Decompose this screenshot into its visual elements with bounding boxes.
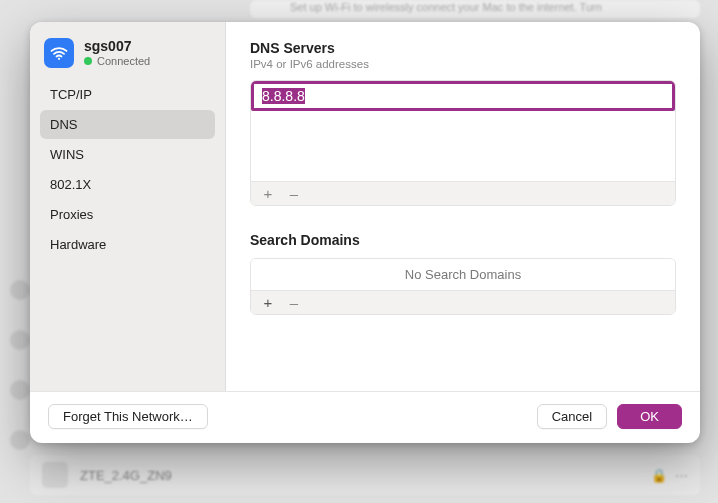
network-name: sgs007 (84, 38, 150, 55)
sidebar-tab-wins[interactable]: WINS (40, 140, 215, 169)
search-domains-add-button[interactable]: + (261, 295, 275, 310)
wifi-icon (44, 38, 74, 68)
dns-servers-title: DNS Servers (250, 40, 676, 56)
cancel-button[interactable]: Cancel (537, 404, 607, 429)
svg-point-0 (58, 58, 60, 60)
sidebar-tab-dns[interactable]: DNS (40, 110, 215, 139)
sheet-footer: Forget This Network… Cancel OK (30, 391, 700, 443)
ok-button[interactable]: OK (617, 404, 682, 429)
search-domains-title: Search Domains (250, 232, 676, 248)
search-domains-empty: No Search Domains (251, 259, 675, 290)
main-panel: DNS Servers IPv4 or IPv6 addresses + – S… (226, 22, 700, 391)
network-status-label: Connected (97, 55, 150, 68)
dns-servers-subtitle: IPv4 or IPv6 addresses (250, 58, 676, 70)
sidebar-tab-hardware[interactable]: Hardware (40, 230, 215, 259)
search-domains-list[interactable]: No Search Domains + – (250, 258, 676, 315)
background-network-name: ZTE_2.4G_ZN9 (80, 468, 643, 483)
network-settings-sheet: sgs007 Connected TCP/IPDNSWINS802.1XProx… (30, 22, 700, 443)
sidebar: sgs007 Connected TCP/IPDNSWINS802.1XProx… (30, 22, 226, 391)
dns-add-button[interactable]: + (261, 186, 275, 201)
network-header: sgs007 Connected (40, 36, 215, 80)
wifi-signal-icon: ⋯ (675, 468, 688, 483)
dns-server-input[interactable] (251, 81, 675, 111)
background-network-row: ZTE_2.4G_ZN9 🔒 ⋯ (30, 455, 700, 495)
dns-remove-button[interactable]: – (287, 186, 301, 201)
sidebar-tab-proxies[interactable]: Proxies (40, 200, 215, 229)
network-status: Connected (84, 55, 150, 68)
sidebar-tab-tcp-ip[interactable]: TCP/IP (40, 80, 215, 109)
background-banner: Set up Wi-Fi to wirelessly connect your … (250, 0, 700, 18)
dns-servers-list[interactable]: + – (250, 80, 676, 206)
search-domains-remove-button[interactable]: – (287, 295, 301, 310)
status-dot-icon (84, 57, 92, 65)
sidebar-tab-802-1x[interactable]: 802.1X (40, 170, 215, 199)
forget-network-button[interactable]: Forget This Network… (48, 404, 208, 429)
lock-icon: 🔒 (651, 468, 667, 483)
